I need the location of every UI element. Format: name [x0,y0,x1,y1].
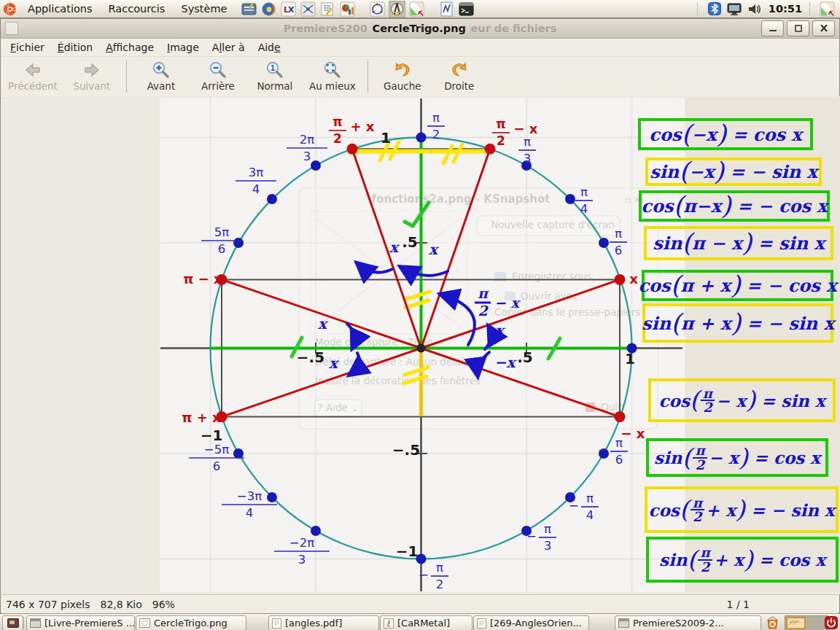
taskbar-button-label: [269-AnglesOrien... [490,618,582,629]
menubar-item-aller[interactable]: Aller à [206,39,252,56]
toolbar-button-back: Précédent [2,59,63,93]
window-title: PremiereS200 CercleTrigo.png eur de fich… [1,23,839,34]
taskbar-button-cercletrigo-png[interactable]: CercleTrigo.png [136,615,246,630]
angle-dot [599,238,609,248]
taskbar-button--269-anglesorien-[interactable]: [269-AnglesOrien... [473,615,589,630]
notes-icon[interactable] [319,1,336,18]
vectordoc-icon[interactable] [438,1,455,18]
toolbar-label: Gauche [384,80,421,92]
compass-icon[interactable] [389,1,405,18]
toolbar-button-zoom-1[interactable]: 1Normal [246,59,303,93]
window-icon [30,618,41,628]
toolbar-button-zoom-in[interactable]: Avant [133,59,190,93]
angle-label: π + x [182,410,221,425]
status-filesize: 82,8 Kio [101,599,142,610]
svg-text:−: − [419,568,429,582]
toolbar-label: Normal [257,80,292,92]
menubar-item-aide[interactable]: Aide [252,39,287,56]
axis-number: −.5 [392,441,420,459]
red-point [485,144,496,155]
volume-tray-icon[interactable] [746,1,763,18]
taskbar-button-label: [CaRMetal] [397,618,450,629]
svg-text:2: 2 [497,133,505,148]
svg-text:+ x: + x [351,119,375,134]
display-tray-icon[interactable] [726,1,743,18]
firefox-icon[interactable] [260,1,277,18]
stats-icon[interactable] [339,1,356,18]
java-icon [384,618,394,629]
rotate-left-icon [393,60,412,79]
origin-dot [417,344,426,353]
terminal-icon[interactable] [458,1,475,18]
svg-text:4: 4 [246,506,254,520]
menu-applications[interactable]: Applications [20,0,101,18]
maximize-button[interactable] [787,20,809,36]
menubar: FichierÉditionAffichageImageAller àAide [1,39,839,57]
toolbar-button-zoom-out[interactable]: Arrière [190,59,246,93]
freemind-icon[interactable] [300,1,316,18]
taskbar-button-premieres2009-2-[interactable]: PremiereS2009-2... [615,615,761,630]
menubar-item-dition[interactable]: Édition [51,39,99,56]
trash-icon[interactable] [764,614,781,630]
close-button[interactable] [812,20,835,36]
svg-text:6: 6 [615,453,623,467]
axis-number: 1 [381,129,391,147]
titlebar[interactable]: PremiereS200 CercleTrigo.png eur de fich… [1,19,839,39]
toolbar-label: Suivant [73,80,110,92]
ubuntu-logo-icon[interactable] [1,1,18,18]
minimize-button[interactable] [761,20,784,36]
svg-text:X: X [288,5,295,15]
workspace-1[interactable] [786,617,806,629]
lyx-icon[interactable]: LX [280,1,297,18]
svg-text:5π: 5π [214,225,229,239]
colorpicker-icon[interactable] [819,1,836,18]
toolbar-separator [126,61,127,93]
toolbar-separator [368,61,368,93]
rotate-right-icon [450,60,469,79]
taskbar-button-label: [angles.pdf] [285,618,342,629]
bluetooth-tray-icon[interactable] [707,1,723,18]
trig-formula-sin-pi-minus: sin(π − x) = sin x [644,226,833,260]
geometry-icon[interactable] [369,1,386,18]
angle-label: π − x [183,271,222,287]
top-panel: Applications Raccourcis Système LX 10:51 [0,0,840,18]
clock[interactable]: 10:51 [764,3,806,15]
toolbar-button-rotate-right[interactable]: Droite [431,59,488,93]
ghost-text: Enregistrer sous... [512,271,601,282]
taskbar-button--angles-pdf-[interactable]: [angles.pdf] [268,615,379,630]
trig-formula-cos-pi-plus: cos(π + x) = − cos x [642,270,833,301]
svg-text:− x: − x [621,426,645,441]
menubar-item-affichage[interactable]: Affichage [99,39,160,56]
toolbar-button-zoom-fit[interactable]: Au mieux [303,59,362,93]
system-tray: 10:51 [694,0,840,18]
svg-text:−5π: −5π [204,443,229,456]
taskbar-button--livre-premieres-[interactable]: [Livre-PremiereS ... [26,615,135,630]
svg-text:−2π: −2π [289,536,314,550]
image-canvas[interactable]: fonctions2a.png - KSnapshot▫ ✕Nouvelle c… [1,96,840,594]
red-point [615,274,626,285]
svg-text:2: 2 [432,128,440,141]
power-button[interactable] [824,615,839,629]
pi-over-2-fraction: π2 [693,444,707,470]
toolbar-button-rotate-left[interactable]: Gauche [374,59,431,93]
menubar-item-fichier[interactable]: Fichier [4,39,51,56]
menu-systeme[interactable]: Système [173,0,235,18]
workspace-switcher [785,615,828,630]
menubar-item-image[interactable]: Image [160,39,206,56]
zoom-in-icon [152,60,171,79]
svg-text:3: 3 [544,539,552,553]
svg-text:1: 1 [270,63,275,71]
statusbar: 746 x 707 pixels 82,8 Kio 96% 1 / 1 [1,594,839,613]
zoom-1-icon: 1 [265,60,284,79]
files-icon[interactable] [241,1,257,18]
trig-formula-cos-pi-minus: cos(π−x) = − cos x [639,190,830,222]
taskbar-button--carmetal-[interactable]: [CaRMetal] [380,615,472,630]
svg-text:π: π [436,561,443,575]
svg-text:π: π [586,491,594,505]
taskbar-button-label: CercleTrigo.png [154,618,228,629]
show-desktop-button[interactable] [2,615,23,630]
colorpicker-icon[interactable] [408,1,425,18]
svg-text:x: x [629,271,638,287]
angle-dot [233,238,244,248]
menu-raccourcis[interactable]: Raccourcis [101,0,174,18]
